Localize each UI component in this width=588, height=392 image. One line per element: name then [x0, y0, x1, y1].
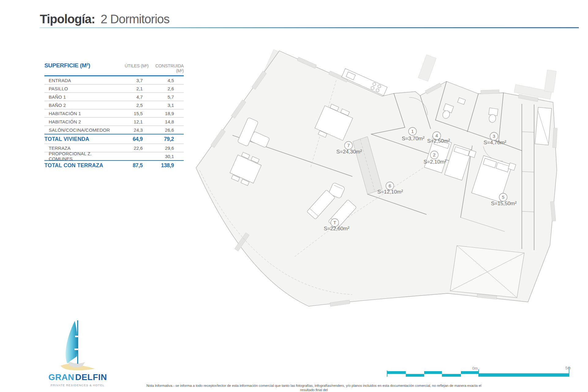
room-number: 4 [435, 133, 438, 138]
row-utiles: 87,5 [112, 162, 149, 169]
row-construida: 138,9 [149, 162, 184, 169]
legal-note: Nota Informativa.- se informa a todo rec… [139, 384, 488, 392]
table-header-construida: CONSTRUIDA (M²) [149, 63, 184, 73]
row-utiles: 64,9 [112, 136, 149, 142]
scale-end-label: 5m [565, 366, 571, 370]
table-row-total-terraza: TOTAL CON TERRAZA 87,5 138,9 [44, 160, 184, 170]
row-label: HABITACIÓN 1 [44, 111, 112, 116]
row-utiles: 4,7 [112, 94, 149, 100]
brochure-page: Tipología: 2 Dormitorios SUPERFICIE (M²)… [0, 0, 588, 392]
table-row: HABITACIÓN 2 12,1 14,8 [44, 117, 184, 126]
table-row: HABITACIÓN 1 15,5 18,9 [44, 109, 184, 117]
row-construida: 14,8 [149, 119, 184, 124]
table-header: SUPERFICIE (M²) ÚTILES (M²) CONSTRUIDA (… [44, 62, 184, 76]
logo-name: GRANDELFIN [48, 372, 107, 382]
row-label: BAÑO 1 [44, 94, 112, 100]
row-construida: 4,5 [149, 78, 184, 83]
page-title-light: 2 Dormitorios [100, 12, 169, 26]
room-area: S=3,70m² [402, 136, 425, 141]
room-area: S=2,50m² [427, 138, 450, 144]
row-label: PROPORCIONAL Z. COMUNES [44, 151, 112, 161]
row-construida: 79,2 [149, 136, 184, 142]
room-number: T [333, 220, 336, 225]
table-row: TERRAZA 22,6 29,6 [44, 144, 184, 152]
room-number: 2 [433, 152, 435, 157]
logo-tagline: PRIVATE RESIDENCES & HOTEL [48, 383, 107, 387]
row-utiles: 12,1 [112, 119, 149, 124]
row-utiles: 15,5 [112, 111, 149, 116]
row-construida: 18,9 [149, 111, 184, 116]
table-row: ENTRADA 3,7 4,5 [44, 76, 184, 84]
logo: GRANDELFIN PRIVATE RESIDENCES & HOTEL [48, 320, 107, 387]
room-number: 5 [502, 194, 504, 200]
row-construida: 3,1 [149, 103, 184, 108]
row-label: TOTAL CON TERRAZA [44, 162, 112, 169]
room-area: S=24,30m² [336, 149, 362, 155]
room-number: 1 [411, 129, 414, 134]
surface-table: SUPERFICIE (M²) ÚTILES (M²) CONSTRUIDA (… [44, 62, 184, 170]
row-label: ENTRADA [44, 78, 112, 83]
row-construida: 26,6 [149, 127, 184, 133]
row-label: PASILLO [44, 86, 112, 91]
row-utiles: 22,6 [112, 145, 149, 151]
scale-bar: 0m 5m [384, 361, 576, 380]
logo-name-gran: GRAN [48, 372, 74, 382]
table-header-superficie: SUPERFICIE (M²) [44, 62, 112, 69]
room-area: S=2,10m² [424, 159, 447, 165]
scale-start-label: 0m [472, 366, 478, 371]
table-row: SALÓN/COCINA/COMEDOR 24,3 26,6 [44, 126, 184, 134]
table-row: PASILLO 2,1 2,6 [44, 84, 184, 92]
legal-note-line1: Nota Informativa.- se informa a todo rec… [139, 384, 488, 392]
row-construida: 29,6 [149, 145, 184, 151]
table-row-total-vivienda: TOTAL VIVIENDA 64,9 79,2 [44, 134, 184, 144]
row-utiles: 3,7 [112, 78, 149, 83]
floor-plan: 1 S=3,70m² 2 S=2,10m² 3 S=4,70m² 4 S=2,5… [190, 43, 557, 318]
void-crossed-area [450, 246, 524, 298]
table-header-utiles: ÚTILES (M²) [112, 63, 149, 68]
title-underline [40, 27, 579, 28]
row-utiles: 2,1 [112, 86, 149, 91]
row-label: HABITACIÓN 2 [44, 119, 112, 124]
room-number: 6 [389, 183, 391, 188]
table-row: BAÑO 2 2,5 3,1 [44, 101, 184, 109]
row-label: TERRAZA [44, 145, 112, 151]
room-area: S=4,70m² [484, 140, 507, 145]
room-area: S=12,10m² [377, 189, 403, 195]
row-label: TOTAL VIVIENDA [44, 136, 112, 142]
room-area: S=22,60m² [324, 226, 349, 232]
table-row: BAÑO 1 4,7 5,7 [44, 92, 184, 101]
room-area: S=15,50m² [491, 201, 517, 206]
scale-bar-steps [387, 371, 569, 377]
row-construida: 2,6 [149, 86, 184, 91]
page-title-bold: Tipología: [40, 12, 95, 26]
row-utiles: 24,3 [112, 127, 149, 133]
row-label: SALÓN/COCINA/COMEDOR [44, 127, 112, 133]
logo-sail-icon [48, 320, 107, 371]
room-number: 3 [493, 134, 495, 139]
room-number: 7 [347, 143, 350, 148]
row-construida: 5,7 [149, 94, 184, 100]
table-row: PROPORCIONAL Z. COMUNES 30,1 [44, 152, 184, 160]
row-utiles: 2,5 [112, 103, 149, 108]
row-construida: 30,1 [149, 154, 184, 159]
logo-name-delfin: DELFIN [75, 372, 107, 382]
row-label: BAÑO 2 [44, 103, 112, 108]
page-title: Tipología: 2 Dormitorios [40, 12, 169, 26]
